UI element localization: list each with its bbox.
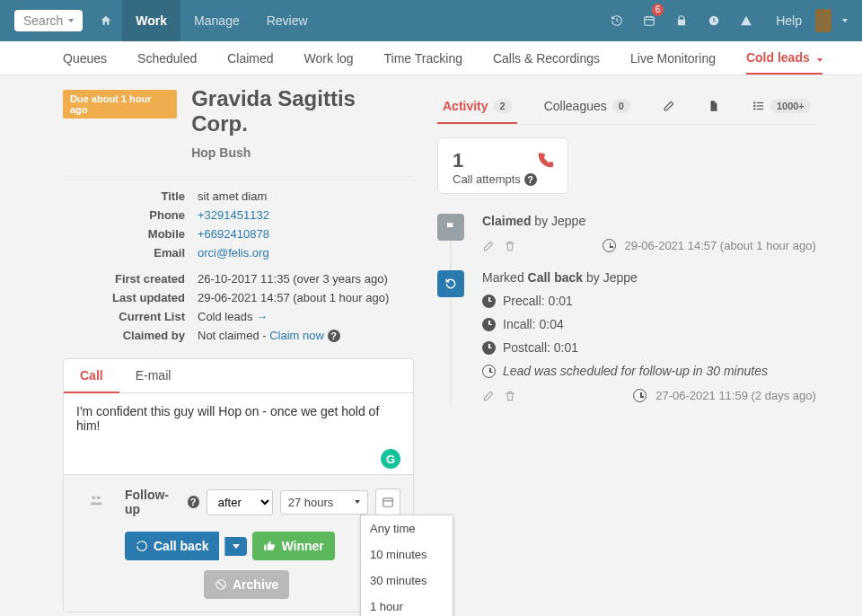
chevron-down-icon xyxy=(817,58,822,62)
subnav-timetracking[interactable]: Time Tracking xyxy=(384,51,462,66)
duration-option[interactable]: 1 hour xyxy=(361,594,453,616)
subnav-coldleads[interactable]: Cold leads xyxy=(746,50,822,75)
assign-people-icon[interactable] xyxy=(89,493,103,507)
nav-manage[interactable]: Manage xyxy=(180,0,253,41)
callback-menu-button[interactable] xyxy=(224,537,247,556)
note-textarea[interactable]: I'm confident this guy will Hop on - onc… xyxy=(64,393,413,474)
phone-link[interactable]: +3291451132 xyxy=(198,208,269,222)
svg-point-15 xyxy=(754,105,755,106)
chevron-down-icon xyxy=(233,544,240,549)
tab-colleagues[interactable]: Colleagues 0 xyxy=(539,90,636,122)
subnav-queues[interactable]: Queues xyxy=(63,51,107,66)
duration-option[interactable]: 10 minutes xyxy=(361,541,453,568)
trash-icon[interactable] xyxy=(504,240,516,252)
tab-email[interactable]: E-mail xyxy=(119,359,188,392)
email-link[interactable]: orci@felis.org xyxy=(198,246,269,260)
subnav-worklog[interactable]: Work log xyxy=(304,51,354,66)
timestamp: 29-06-2021 14:57 (about 1 hour ago) xyxy=(625,239,816,252)
subnav-calls[interactable]: Calls & Recordings xyxy=(493,51,600,66)
timeline-item: Marked Call back by Jeppe Precall: 0:01 … xyxy=(437,270,816,402)
flag-icon xyxy=(437,214,464,241)
clock-icon xyxy=(482,318,496,331)
user-menu[interactable] xyxy=(815,0,848,41)
svg-point-16 xyxy=(754,109,755,110)
archive-button[interactable]: Archive xyxy=(204,570,289,599)
tab-edit[interactable] xyxy=(657,91,681,121)
tab-list[interactable]: 1000+ xyxy=(747,90,816,122)
timeline-item: Claimed by Jeppe 29-06-2021 14:57 (about… xyxy=(437,214,816,252)
sub-nav: Queues Scheduled Claimed Work log Time T… xyxy=(0,41,862,75)
phone-icon xyxy=(535,151,555,171)
followup-duration-select[interactable]: 27 hours xyxy=(280,490,368,515)
followup-label: Follow-up xyxy=(125,488,180,516)
subnav-scheduled[interactable]: Scheduled xyxy=(137,51,197,66)
clock-icon xyxy=(482,365,496,378)
trash-icon[interactable] xyxy=(504,390,516,402)
help-icon[interactable]: ? xyxy=(188,496,199,508)
subnav-claimed[interactable]: Claimed xyxy=(227,51,273,66)
help-link[interactable]: Help xyxy=(762,0,815,41)
calendar-icon[interactable]: 6 xyxy=(633,0,665,41)
chevron-down-icon xyxy=(842,19,848,22)
callback-button[interactable]: Call back xyxy=(125,532,219,560)
lead-subtitle: Hop Bush xyxy=(191,145,414,160)
lead-details: Titlesit amet diam Phone+3291451132 Mobi… xyxy=(63,186,396,346)
list-count: 1000+ xyxy=(770,99,811,113)
duration-option[interactable]: Any time xyxy=(361,515,453,541)
edit-icon[interactable] xyxy=(482,240,495,252)
lead-title: Gravida Sagittis Corp. xyxy=(191,86,414,136)
history-icon[interactable] xyxy=(601,0,633,41)
tab-call[interactable]: Call xyxy=(64,359,119,393)
followup-timing-select[interactable]: after xyxy=(207,489,273,515)
warning-icon[interactable] xyxy=(730,0,762,41)
edit-icon[interactable] xyxy=(482,390,495,402)
duration-option[interactable]: 30 minutes xyxy=(361,568,453,594)
top-nav: Search Work Manage Review 6 Help xyxy=(0,0,862,41)
note-box: Call E-mail I'm confident this guy will … xyxy=(63,358,414,612)
activity-count: 2 xyxy=(494,99,512,113)
avatar xyxy=(815,9,831,32)
help-icon[interactable]: ? xyxy=(328,330,340,342)
chevron-down-icon xyxy=(355,500,360,504)
activity-timeline: Claimed by Jeppe 29-06-2021 14:57 (about… xyxy=(437,214,816,402)
mobile-link[interactable]: +6692410878 xyxy=(198,227,269,241)
clock-icon[interactable] xyxy=(698,0,730,41)
current-list-link[interactable]: → xyxy=(256,310,268,323)
clock-icon xyxy=(482,341,496,355)
followup-duration-dropdown: Any time 10 minutes 30 minutes 1 hour 21… xyxy=(360,515,453,616)
claim-now-link[interactable]: Claim now xyxy=(269,329,324,342)
global-search[interactable]: Search xyxy=(14,10,83,31)
help-icon[interactable]: ? xyxy=(524,173,537,186)
nav-review[interactable]: Review xyxy=(253,0,321,41)
subnav-livemon[interactable]: Live Monitoring xyxy=(630,51,716,66)
svg-line-10 xyxy=(218,582,224,588)
calendar-badge: 6 xyxy=(652,4,664,16)
chevron-down-icon xyxy=(68,19,74,22)
call-attempts-card: 1 Call attempts ? xyxy=(437,137,568,194)
tab-document[interactable] xyxy=(702,91,726,121)
clock-icon xyxy=(603,239,616,252)
lock-icon[interactable] xyxy=(665,0,698,41)
clock-icon xyxy=(633,389,646,402)
winner-button[interactable]: Winner xyxy=(252,532,334,560)
refresh-icon xyxy=(437,270,464,297)
nav-work[interactable]: Work xyxy=(122,0,180,41)
grammarly-icon[interactable]: G xyxy=(381,449,400,469)
home-icon[interactable] xyxy=(90,0,122,41)
colleagues-count: 0 xyxy=(612,99,630,113)
timestamp: 27-06-2021 11:59 (2 days ago) xyxy=(655,389,816,402)
clock-icon xyxy=(482,295,496,308)
calendar-picker-button[interactable] xyxy=(375,488,400,515)
svg-rect-0 xyxy=(645,17,655,25)
tab-activity[interactable]: Activity 2 xyxy=(437,90,517,124)
svg-rect-7 xyxy=(383,498,393,506)
search-label: Search xyxy=(23,13,63,28)
svg-point-14 xyxy=(754,102,755,103)
svg-point-5 xyxy=(92,496,95,499)
svg-point-6 xyxy=(97,496,101,499)
activity-tabs: Activity 2 Colleagues 0 1000+ xyxy=(437,90,816,125)
due-badge: Due about 1 hour ago xyxy=(63,90,177,119)
